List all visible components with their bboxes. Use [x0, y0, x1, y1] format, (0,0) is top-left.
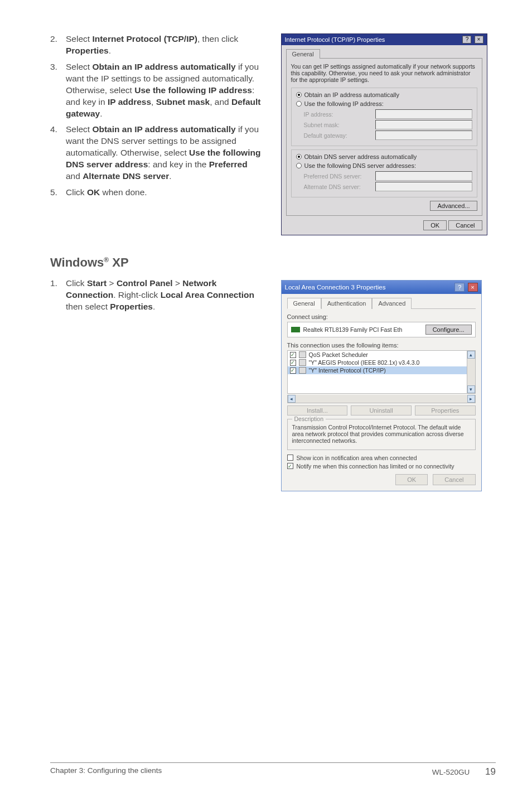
- scroll-up-icon[interactable]: ▴: [467, 351, 475, 359]
- horizontal-scrollbar[interactable]: ◂ ▸: [287, 395, 476, 403]
- radio-dot-icon: [296, 163, 302, 168]
- dialog-title: Local Area Connection 3 Properties: [285, 284, 386, 291]
- radio-obtain-ip-auto[interactable]: Obtain an IP address automatically: [296, 91, 472, 98]
- ok-button[interactable]: OK: [423, 220, 447, 230]
- checkbox-icon[interactable]: ✓: [287, 463, 293, 469]
- instruction-4: 4. Select Obtain an IP address automatic…: [50, 124, 264, 182]
- help-icon[interactable]: ?: [462, 36, 471, 44]
- dialog-titlebar[interactable]: Local Area Connection 3 Properties ? ×: [282, 281, 481, 294]
- checkbox-icon[interactable]: ✓: [290, 368, 296, 374]
- checkbox-icon[interactable]: ✓: [290, 352, 296, 358]
- label-preferred-dns: Preferred DNS server:: [304, 173, 371, 180]
- protocol-icon: [299, 367, 306, 374]
- nic-icon: [291, 327, 300, 332]
- cancel-button[interactable]: Cancel: [448, 220, 482, 230]
- page-footer: Chapter 3: Configuring the clients WL-52…: [50, 762, 496, 777]
- instruction-2: 2. Select Internet Protocol (TCP/IP), th…: [50, 33, 264, 57]
- checkbox-icon[interactable]: [287, 455, 293, 461]
- instruction-3: 3. Select Obtain an IP address automatic…: [50, 61, 264, 120]
- device-name: Realtek RTL8139 Family PCI Fast Eth: [303, 326, 403, 333]
- label-alternate-dns: Alternate DNS server:: [304, 183, 371, 190]
- ip-address-input[interactable]: [375, 109, 472, 119]
- radio-dot-icon: [296, 101, 302, 107]
- instruction-5: 5. Click OK when done.: [50, 187, 264, 199]
- list-item[interactable]: ✓"Y" Internet Protocol (TCP/IP): [288, 366, 475, 374]
- tab-advanced[interactable]: Advanced: [372, 298, 412, 309]
- label-gateway: Default gateway:: [304, 132, 371, 139]
- scroll-left-icon[interactable]: ◂: [288, 395, 296, 403]
- connect-using-box: Realtek RTL8139 Family PCI Fast Eth Conf…: [287, 322, 476, 337]
- tab-authentication[interactable]: Authentication: [321, 298, 373, 309]
- label-ip-address: IP address:: [304, 111, 371, 118]
- tcpip-properties-dialog: Internet Protocol (TCP/IP) Properties ? …: [281, 33, 487, 235]
- show-icon-checkbox[interactable]: Show icon in notification area when conn…: [287, 455, 476, 461]
- tab-bar: General Authentication Advanced: [287, 297, 476, 309]
- footer-page-number: 19: [485, 766, 496, 777]
- dns-group: Obtain DNS server address automatically …: [291, 149, 477, 197]
- list-item[interactable]: ✓QoS Packet Scheduler: [288, 351, 475, 359]
- close-icon[interactable]: ×: [475, 36, 483, 44]
- description-group: Description Transmission Control Protoco…: [287, 419, 476, 450]
- footer-chapter: Chapter 3: Configuring the clients: [50, 766, 162, 777]
- subnet-input[interactable]: [375, 120, 472, 129]
- ip-group: Obtain an IP address automatically Use t…: [291, 88, 477, 146]
- checkbox-icon[interactable]: ✓: [290, 360, 296, 366]
- scroll-right-icon[interactable]: ▸: [467, 395, 475, 403]
- section-heading-windows-xp: Windows® XP: [50, 255, 496, 270]
- instruction-list: 2. Select Internet Protocol (TCP/IP), th…: [50, 33, 264, 199]
- list-item[interactable]: ✓"Y" AEGIS Protocol (IEEE 802.1x) v3.4.3…: [288, 359, 475, 366]
- alternate-dns-input[interactable]: [375, 182, 472, 191]
- install-button[interactable]: Install...: [287, 405, 348, 416]
- description-legend: Description: [292, 416, 326, 422]
- configure-button[interactable]: Configure...: [425, 325, 472, 335]
- radio-use-dns[interactable]: Use the following DNS server addresses:: [296, 162, 472, 169]
- tab-general[interactable]: General: [286, 49, 320, 59]
- cancel-button[interactable]: Cancel: [433, 474, 475, 485]
- footer-model: WL-520GU: [432, 768, 470, 776]
- label-subnet: Subnet mask:: [304, 122, 371, 128]
- uses-items-label: This connection uses the following items…: [287, 342, 476, 349]
- notify-checkbox[interactable]: ✓ Notify me when this connection has lim…: [287, 463, 476, 470]
- protocol-icon: [299, 359, 306, 366]
- uninstall-button[interactable]: Uninstall: [351, 405, 412, 416]
- properties-button[interactable]: Properties: [415, 405, 476, 416]
- advanced-button[interactable]: Advanced...: [430, 201, 477, 211]
- dialog-description: You can get IP settings assigned automat…: [291, 63, 477, 83]
- tab-general[interactable]: General: [287, 298, 321, 309]
- description-text: Transmission Control Protocol/Internet P…: [292, 424, 471, 444]
- gateway-input[interactable]: [375, 131, 472, 140]
- connect-using-label: Connect using:: [287, 313, 476, 320]
- lan-properties-dialog: Local Area Connection 3 Properties ? × G…: [281, 280, 482, 491]
- close-icon[interactable]: ×: [468, 283, 478, 292]
- preferred-dns-input[interactable]: [375, 171, 472, 181]
- radio-obtain-dns-auto[interactable]: Obtain DNS server address automatically: [296, 153, 472, 160]
- dialog-title: Internet Protocol (TCP/IP) Properties: [285, 36, 385, 43]
- dialog-titlebar[interactable]: Internet Protocol (TCP/IP) Properties ? …: [282, 34, 487, 45]
- scroll-down-icon[interactable]: ▾: [467, 385, 475, 393]
- protocol-icon: [299, 351, 306, 358]
- help-icon[interactable]: ?: [454, 283, 465, 292]
- radio-dot-icon: [296, 154, 302, 160]
- protocol-list[interactable]: ✓QoS Packet Scheduler ✓"Y" AEGIS Protoco…: [287, 350, 476, 394]
- radio-dot-icon: [296, 92, 302, 98]
- ok-button[interactable]: OK: [395, 474, 428, 485]
- radio-use-ip[interactable]: Use the following IP address:: [296, 100, 472, 107]
- xp-instruction-1: 1. Click Start > Control Panel > Network…: [50, 278, 264, 313]
- vertical-scrollbar[interactable]: ▴ ▾: [467, 351, 475, 393]
